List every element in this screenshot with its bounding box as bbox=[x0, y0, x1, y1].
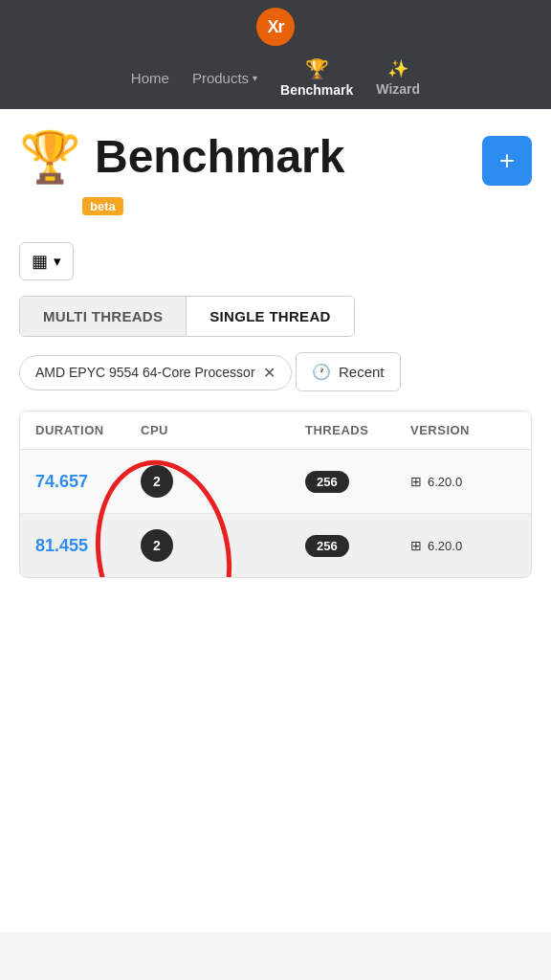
results-table: DURATION CPU THREADS VERSION 74.657 2 25… bbox=[19, 411, 532, 578]
threads-badge: 256 bbox=[305, 471, 349, 493]
duration-value[interactable]: 81.455 bbox=[35, 536, 141, 556]
cpu-badge: 2 bbox=[141, 465, 173, 498]
chip-label: AMD EPYC 9554 64-Core Processor bbox=[35, 365, 255, 380]
nav-wizard-label: Wizard bbox=[376, 81, 420, 97]
nav-wizard-group[interactable]: ✨ Wizard bbox=[376, 58, 420, 97]
windows-icon: ⊞ bbox=[410, 538, 422, 553]
nav-benchmark-group[interactable]: 🏆 Benchmark bbox=[280, 57, 353, 98]
table-row: 74.657 2 256 ⊞ 6.20.0 bbox=[20, 450, 531, 514]
col-version: VERSION bbox=[410, 423, 516, 437]
chevron-down-icon: ▾ bbox=[253, 73, 257, 83]
version-value: 6.20.0 bbox=[428, 539, 462, 553]
chevron-down-icon: ▾ bbox=[54, 253, 61, 270]
trophy-icon: 🏆 bbox=[305, 57, 329, 80]
tabs-row: MULTI THREADS SINGLE THREAD bbox=[19, 296, 355, 337]
tab-multi-threads[interactable]: MULTI THREADS bbox=[20, 297, 187, 336]
col-threads: THREADS bbox=[305, 423, 410, 437]
navbar: Xr Home Products ▾ 🏆 Benchmark ✨ Wizard bbox=[0, 0, 551, 109]
wand-icon: ✨ bbox=[387, 58, 408, 79]
tab-single-thread[interactable]: SINGLE THREAD bbox=[187, 297, 353, 336]
version-value: 6.20.0 bbox=[428, 475, 462, 489]
nav-products[interactable]: Products ▾ bbox=[192, 70, 257, 86]
table-row: 81.455 2 256 ⊞ 6.20.0 bbox=[20, 514, 531, 577]
page-trophy-icon: 🏆 bbox=[19, 132, 81, 182]
duration-value[interactable]: 74.657 bbox=[35, 472, 141, 492]
main-content: 🏆 Benchmark + beta ▦ ▾ MULTI THREADS SIN… bbox=[0, 109, 551, 932]
logo-text: Xr bbox=[267, 17, 283, 37]
page-header: 🏆 Benchmark + bbox=[19, 132, 532, 186]
col-cpu: CPU bbox=[141, 423, 305, 437]
add-button[interactable]: + bbox=[482, 136, 532, 186]
version-cell: ⊞ 6.20.0 bbox=[410, 474, 516, 489]
version-cell: ⊞ 6.20.0 bbox=[410, 538, 516, 553]
logo[interactable]: Xr bbox=[256, 8, 295, 46]
page-title-group: 🏆 Benchmark bbox=[19, 132, 344, 182]
chip-close-button[interactable]: ✕ bbox=[263, 364, 276, 382]
windows-icon: ⊞ bbox=[410, 474, 422, 489]
nav-benchmark-label: Benchmark bbox=[280, 82, 353, 98]
processor-chip: AMD EPYC 9554 64-Core Processor ✕ bbox=[19, 355, 292, 390]
recent-button[interactable]: 🕐 Recent bbox=[296, 352, 401, 391]
filter-section: ▦ ▾ bbox=[19, 242, 532, 280]
cpu-badge: 2 bbox=[141, 529, 173, 562]
table-header: DURATION CPU THREADS VERSION bbox=[20, 412, 531, 450]
recent-label: Recent bbox=[339, 364, 385, 380]
page-title: Benchmark bbox=[95, 134, 344, 180]
threads-badge: 256 bbox=[305, 535, 349, 557]
navbar-links: Home Products ▾ 🏆 Benchmark ✨ Wizard bbox=[0, 46, 551, 109]
beta-badge: beta bbox=[82, 197, 123, 215]
filter-dropdown[interactable]: ▦ ▾ bbox=[19, 242, 74, 280]
clock-icon: 🕐 bbox=[312, 363, 331, 381]
col-duration: DURATION bbox=[35, 423, 141, 437]
columns-icon: ▦ bbox=[32, 251, 48, 272]
nav-home[interactable]: Home bbox=[131, 70, 169, 86]
